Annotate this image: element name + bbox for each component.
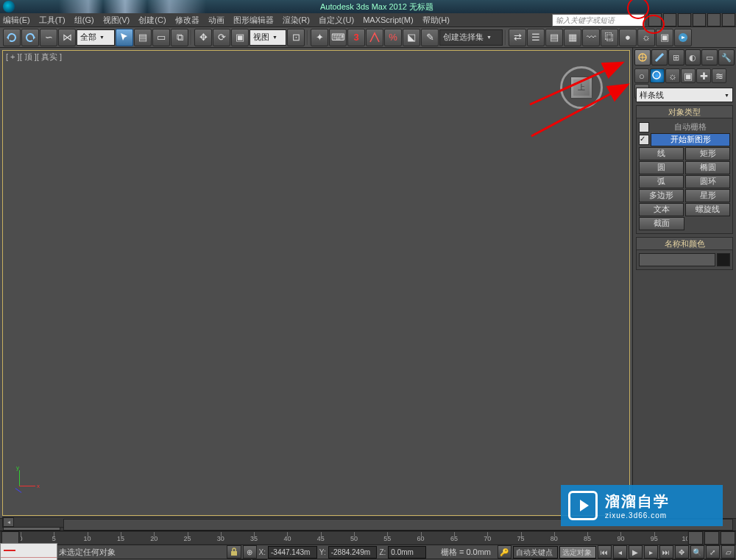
object-name-input[interactable] (639, 253, 715, 266)
key-mode-button[interactable]: 🔑 (498, 545, 512, 559)
motion-tab[interactable]: ◐ (685, 49, 701, 65)
scroll-left-button[interactable]: ◂ (3, 517, 14, 527)
autokey-button[interactable]: 自动关键点 (513, 546, 558, 559)
donut-button[interactable]: 圆环 (685, 175, 730, 188)
display-tab[interactable]: ▭ (701, 49, 718, 65)
fov-button[interactable]: ▱ (721, 545, 735, 559)
redo-button[interactable] (21, 29, 39, 46)
link-button[interactable]: ∽ (40, 29, 57, 46)
help-icon[interactable] (722, 13, 735, 26)
render-setup-button[interactable]: ☼ (637, 29, 655, 46)
ellipse-button[interactable]: 椭圆 (685, 161, 730, 174)
menu-maxscript[interactable]: MAXScript(M) (363, 15, 413, 24)
rollout-header[interactable]: 名称和颜色 (637, 238, 732, 250)
window-crossing-button[interactable]: ⧉ (171, 29, 188, 46)
star-button[interactable]: 星形 (685, 189, 730, 202)
menu-create[interactable]: 创建(C) (138, 15, 166, 26)
modify-tab[interactable] (651, 49, 668, 65)
menu-help[interactable]: 帮助(H) (422, 15, 450, 26)
viewcube-face[interactable]: 上 (570, 77, 592, 99)
line-button[interactable]: 线 (639, 147, 684, 160)
graphite-ribbon-button[interactable]: ▦ (564, 29, 581, 46)
helix-button[interactable]: 螺旋线 (685, 203, 730, 216)
helpers-cat-button[interactable]: ✚ (696, 68, 711, 83)
help-search[interactable]: 输入关键字或短语 (552, 14, 645, 26)
manipulate-button[interactable]: ✦ (311, 29, 328, 46)
menu-grapheditors[interactable]: 图形编辑器 (233, 15, 274, 26)
menu-tools[interactable]: 工具(T) (39, 15, 66, 26)
section-button[interactable]: 截面 (639, 217, 684, 230)
startnew-checkbox[interactable] (639, 135, 649, 145)
percent-snap-button[interactable]: % (384, 29, 402, 46)
undo-button[interactable] (3, 29, 21, 46)
selection-lock-button[interactable] (227, 545, 241, 559)
hierarchy-tab[interactable]: ⊞ (668, 49, 684, 65)
play-button[interactable]: ▶ (629, 545, 643, 559)
rotate-button[interactable]: ⟳ (213, 29, 230, 46)
menu-customize[interactable]: 自定义(U) (319, 15, 354, 26)
align-button[interactable]: ☰ (527, 29, 545, 46)
material-editor-button[interactable]: ● (619, 29, 637, 46)
infocenter-icon[interactable] (663, 13, 676, 26)
rectangle-button[interactable]: 矩形 (685, 147, 730, 160)
schematic-view-button[interactable]: ⿻ (601, 29, 618, 46)
trackbar-btn-3[interactable] (721, 531, 735, 545)
menu-view[interactable]: 视图(V) (103, 15, 130, 26)
search-icon[interactable] (648, 13, 662, 26)
ngon-button[interactable]: 多边形 (639, 189, 684, 202)
lights-cat-button[interactable]: ☼ (665, 68, 680, 83)
script-listener-mini[interactable]: 所在行: (0, 543, 57, 560)
arc-button[interactable]: 弧 (639, 175, 684, 188)
spacewarps-cat-button[interactable]: ≋ (712, 68, 726, 83)
trackbar-btn-1[interactable] (688, 531, 703, 545)
menu-animation[interactable]: 动画 (208, 15, 224, 26)
absolute-mode-button[interactable]: ⊕ (243, 545, 257, 559)
geometry-cat-button[interactable]: ○ (634, 68, 649, 83)
use-pivot-center-button[interactable]: ⊡ (287, 29, 305, 46)
render-frame-button[interactable]: ▣ (656, 29, 673, 46)
viewport-label[interactable]: [ + ][ 顶 ][ 真实 ] (6, 52, 62, 63)
selection-set-combo[interactable]: 选定对象 (559, 546, 596, 559)
rollout-header[interactable]: 对象类型 (637, 106, 732, 118)
text-button[interactable]: 文本 (639, 203, 684, 216)
menu-rendering[interactable]: 渲染(R) (283, 15, 310, 26)
exchange-icon[interactable] (707, 13, 721, 26)
angle-snap-button[interactable] (366, 29, 383, 46)
mirror-button[interactable]: ⇄ (509, 29, 526, 46)
zoom-button[interactable]: 🔍 (690, 545, 704, 559)
select-object-button[interactable] (116, 29, 133, 46)
z-coord[interactable]: 0.0mm (388, 546, 426, 559)
curve-editor-button[interactable]: 〰 (582, 29, 600, 46)
goto-start-button[interactable]: ⏮ (598, 545, 612, 559)
snap-toggle-button[interactable]: 3 (347, 29, 365, 46)
next-frame-button[interactable]: ▸ (644, 545, 658, 559)
utilities-tab[interactable]: 🔧 (718, 49, 735, 65)
track-bar-ruler[interactable]: 0510152025303540455055606570758085909510… (21, 532, 687, 544)
ref-coord-system[interactable]: 视图 (250, 29, 286, 46)
scale-button[interactable]: ▣ (231, 29, 249, 46)
menu-group[interactable]: 组(G) (74, 15, 94, 26)
signin-icon[interactable] (693, 13, 706, 26)
select-by-name-button[interactable]: ▤ (134, 29, 152, 46)
subcategory-combo[interactable]: 样条线 (636, 88, 733, 102)
goto-end-button[interactable]: ⏭ (659, 545, 673, 559)
create-tab[interactable] (634, 49, 651, 65)
prev-frame-button[interactable]: ◂ (613, 545, 627, 559)
render-button[interactable] (674, 29, 692, 46)
x-coord[interactable]: -3447.143m (268, 546, 317, 559)
move-button[interactable]: ✥ (194, 29, 212, 46)
favorite-icon[interactable] (678, 13, 691, 26)
spinner-snap-button[interactable]: ⬕ (403, 29, 420, 46)
keyboard-shortcut-button[interactable]: ⌨ (329, 29, 347, 46)
autogrid-checkbox[interactable] (639, 122, 649, 132)
selection-filter[interactable]: 全部 (77, 29, 115, 46)
trackbar-btn-2[interactable] (704, 531, 719, 545)
app-icon[interactable] (3, 1, 15, 13)
layer-manager-button[interactable]: ▤ (545, 29, 563, 46)
select-region-button[interactable]: ▭ (152, 29, 170, 46)
menu-modifiers[interactable]: 修改器 (175, 15, 199, 26)
y-coord[interactable]: -2884.249m (328, 546, 378, 559)
circle-button[interactable]: 圆 (639, 161, 684, 174)
unlink-button[interactable]: ⋈ (58, 29, 76, 46)
viewport[interactable]: [ + ][ 顶 ][ 真实 ] 上 yx ◂ ▸ (0, 48, 632, 518)
